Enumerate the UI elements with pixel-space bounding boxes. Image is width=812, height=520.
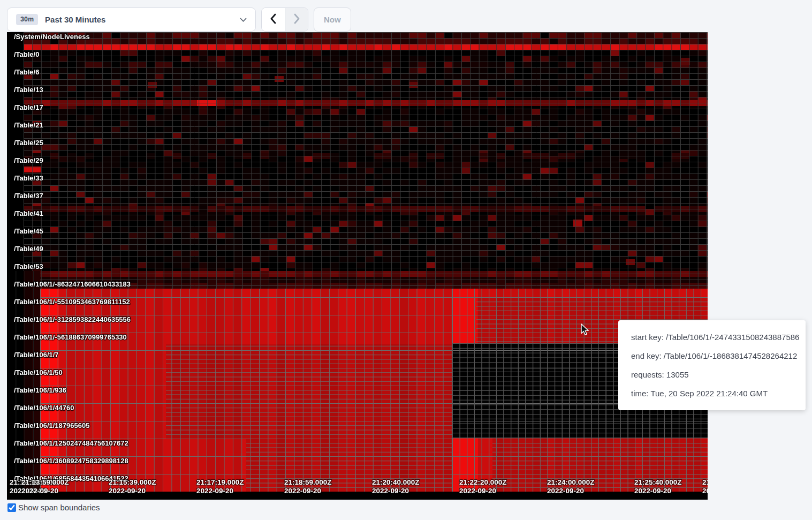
chevron-down-icon — [240, 15, 247, 25]
chevron-left-icon — [269, 13, 277, 26]
key-visualizer-heatmap[interactable] — [7, 32, 708, 500]
tooltip-time: time: Tue, 20 Sep 2022 21:24:40 GMT — [631, 389, 793, 398]
tooltip-end-key: end key: /Table/106/1/-18683814745282642… — [631, 351, 793, 360]
time-range-badge: 30m — [16, 14, 38, 25]
show-span-boundaries-label: Show span boundaries — [18, 503, 100, 512]
time-range-label: Past 30 Minutes — [45, 15, 240, 24]
time-nav-group — [261, 7, 308, 32]
time-range-select[interactable]: 30m Past 30 Minutes — [7, 7, 256, 32]
tooltip: start key: /Table/106/1/-247433150824388… — [618, 320, 806, 410]
tooltip-requests: requests: 13055 — [631, 370, 793, 379]
heatmap-canvas[interactable] — [7, 32, 708, 500]
toolbar: 30m Past 30 Minutes Now — [7, 7, 351, 32]
now-button[interactable]: Now — [314, 7, 351, 32]
back-button[interactable] — [262, 8, 285, 31]
footer: Show span boundaries — [7, 503, 100, 512]
tooltip-start-key: start key: /Table/106/1/-247433150824388… — [631, 333, 793, 342]
show-span-boundaries-checkbox[interactable] — [7, 503, 16, 512]
forward-button[interactable] — [285, 8, 308, 31]
chevron-right-icon — [293, 13, 301, 26]
